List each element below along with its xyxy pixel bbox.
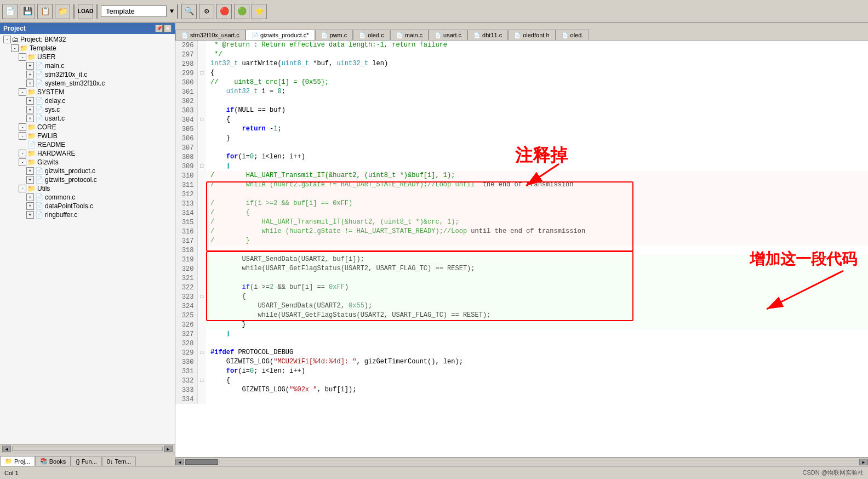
tree-item-template[interactable]: - 📁 Template bbox=[0, 44, 175, 53]
expand-utils[interactable]: - bbox=[19, 185, 26, 192]
line-305: 305 return -1; bbox=[175, 124, 868, 134]
tab-project[interactable]: 📁 Proj... bbox=[0, 456, 35, 466]
scroll-left-btn[interactable]: ◀ bbox=[2, 446, 11, 452]
tab-main[interactable]: 📄 main.c bbox=[390, 30, 429, 40]
title-dropdown[interactable]: ▼ bbox=[170, 8, 174, 15]
linenum-314: 314 bbox=[175, 208, 197, 218]
tree-item-ringbuffer[interactable]: + 📄 ringbuffer.c bbox=[0, 210, 175, 219]
expand-usart[interactable]: + bbox=[26, 115, 34, 122]
save-btn[interactable]: 💾 bbox=[20, 4, 35, 19]
expand-core[interactable]: - bbox=[19, 123, 26, 131]
green-btn[interactable]: 🟢 bbox=[234, 4, 249, 19]
code-307 bbox=[206, 143, 868, 152]
expand-project[interactable]: - bbox=[3, 36, 11, 43]
new-file-btn[interactable]: 📄 bbox=[2, 4, 18, 19]
tab-dht11[interactable]: 📄 dht11.c bbox=[467, 30, 508, 40]
tab-fun[interactable]: {} Fun... bbox=[71, 457, 101, 466]
scroll-track[interactable] bbox=[12, 447, 163, 451]
tree-item-sys[interactable]: + 📄 sys.c bbox=[0, 105, 175, 114]
code-editor[interactable]: 296 * @return : Return effective data le… bbox=[175, 41, 868, 457]
ringbuffer-icon: 📄 bbox=[35, 211, 43, 219]
fold-320 bbox=[197, 264, 206, 273]
tree-item-datapoint[interactable]: + 📄 dataPointTools.c bbox=[0, 202, 175, 210]
hscroll-right[interactable]: ▶ bbox=[859, 459, 868, 465]
linenum-308: 308 bbox=[175, 152, 197, 162]
expand-delay[interactable]: + bbox=[26, 97, 34, 105]
oled2-tab-label: oled. bbox=[570, 32, 584, 38]
tab-books[interactable]: 📚 Books bbox=[35, 456, 71, 466]
pin-btn[interactable]: 📌 bbox=[155, 25, 163, 32]
copy-btn[interactable]: 📋 bbox=[37, 4, 53, 19]
code-315: / HAL_UART_Transmit_IT(&huart2, (uint8_t… bbox=[206, 218, 868, 227]
tab-oled2[interactable]: 📄 oled. bbox=[556, 30, 590, 40]
build-btn[interactable]: ⚙ bbox=[199, 4, 214, 19]
search-btn[interactable]: 🔍 bbox=[181, 4, 197, 19]
tab-stm32usart[interactable]: 📄 stm32f10x_usart.c bbox=[175, 30, 245, 40]
tree-item-core[interactable]: - 📁 CORE bbox=[0, 123, 175, 132]
expand-ringbuffer[interactable]: + bbox=[26, 211, 34, 219]
star-btn[interactable]: ⭐ bbox=[252, 4, 267, 19]
code-333: GIZWITS_LOG("%02x ", buf[i]); bbox=[206, 385, 868, 395]
stm32usart-tab-label: stm32f10x_usart.c bbox=[190, 32, 239, 38]
linenum-320: 320 bbox=[175, 264, 197, 273]
expand-hardware[interactable]: - bbox=[19, 150, 26, 157]
expand-user[interactable]: - bbox=[19, 53, 26, 61]
tab-usart[interactable]: 📄 usart.c bbox=[429, 30, 467, 40]
hardware-icon: 📁 bbox=[27, 150, 36, 157]
sidebar-header: Project 📌 ✕ bbox=[0, 23, 175, 34]
line-326: 326 } bbox=[175, 320, 868, 329]
tab-oled[interactable]: 📄 oled.c bbox=[353, 30, 390, 40]
tree-item-user[interactable]: - 📁 USER bbox=[0, 53, 175, 61]
expand-sys[interactable]: + bbox=[26, 106, 34, 113]
tree-item-stm32it[interactable]: + 📄 stm32f10x_it.c bbox=[0, 70, 175, 79]
close-sidebar-btn[interactable]: ✕ bbox=[164, 25, 172, 32]
expand-system-folder[interactable]: - bbox=[19, 88, 26, 96]
fold-309: □ bbox=[197, 162, 206, 171]
tree-item-hardware[interactable]: - 📁 HARDWARE bbox=[0, 149, 175, 158]
expand-gizwits[interactable]: - bbox=[19, 158, 26, 166]
tree-item-main[interactable]: + 📄 main.c bbox=[0, 61, 175, 70]
expand-gizprotocol[interactable]: + bbox=[26, 176, 34, 184]
expand-system[interactable]: + bbox=[26, 79, 34, 87]
tree-item-project[interactable]: - 🗂 Project: BKM32 bbox=[0, 35, 175, 44]
hscroll-thumb[interactable] bbox=[185, 459, 218, 465]
load-btn[interactable]: LOAD bbox=[78, 4, 93, 19]
tree-item-system-folder[interactable]: - 📁 SYSTEM bbox=[0, 88, 175, 96]
code-scroll-bar[interactable]: ◀ ▶ bbox=[175, 457, 868, 466]
delay-icon: 📄 bbox=[35, 97, 43, 105]
tree-item-gizprotocol[interactable]: + 📄 gizwits_protocol.c bbox=[0, 175, 175, 184]
expand-template[interactable]: - bbox=[11, 44, 19, 52]
tree-item-delay[interactable]: + 📄 delay.c bbox=[0, 96, 175, 105]
usart-label: usart.c bbox=[45, 115, 65, 122]
expand-gizproduct[interactable]: + bbox=[26, 167, 34, 175]
tab-gizproduct[interactable]: 📄 gizwits_product.c* bbox=[245, 30, 315, 40]
tree-item-common[interactable]: + 📄 common.c bbox=[0, 193, 175, 202]
scroll-right-btn[interactable]: ▶ bbox=[164, 446, 173, 452]
fold-330 bbox=[197, 357, 206, 367]
tree-item-gizproduct[interactable]: + 📄 gizwits_product.c bbox=[0, 167, 175, 175]
expand-fwlib[interactable]: - bbox=[19, 132, 26, 140]
folder-btn[interactable]: 📁 bbox=[55, 4, 70, 19]
tree-item-system[interactable]: + 📄 system_stm32f10x.c bbox=[0, 79, 175, 88]
line-318: 318 bbox=[175, 246, 868, 255]
expand-datapoint[interactable]: + bbox=[26, 202, 34, 210]
fold-299: □ bbox=[197, 69, 206, 78]
pwm-tab-label: pwm.c bbox=[330, 32, 347, 38]
tree-item-utils[interactable]: - 📁 Utils bbox=[0, 184, 175, 193]
tree-item-fwlib[interactable]: - 📁 FWLIB bbox=[0, 132, 175, 140]
expand-main[interactable]: + bbox=[26, 62, 34, 70]
run-btn[interactable]: 🔴 bbox=[216, 4, 232, 19]
hscroll-left[interactable]: ◀ bbox=[175, 459, 184, 465]
tab-oledfont[interactable]: 📄 oledfont.h bbox=[508, 30, 555, 40]
system-folder-label: SYSTEM bbox=[37, 88, 64, 96]
gizwits-label: Gizwits bbox=[37, 158, 59, 166]
tree-item-gizwits[interactable]: - 📁 Gizwits bbox=[0, 158, 175, 167]
tree-item-readme[interactable]: 📄 README bbox=[0, 140, 175, 149]
tab-pwm[interactable]: 📄 pwm.c bbox=[315, 30, 353, 40]
tab-tem[interactable]: 0↓ Tem... bbox=[102, 457, 136, 466]
tree-item-usart[interactable]: + 📄 usart.c bbox=[0, 114, 175, 123]
linenum-304: 304 bbox=[175, 115, 197, 124]
expand-stm32it[interactable]: + bbox=[26, 71, 34, 78]
expand-common[interactable]: + bbox=[26, 193, 34, 201]
line-298: 298 int32_t uartWrite(uint8_t *buf, uint… bbox=[175, 59, 868, 69]
